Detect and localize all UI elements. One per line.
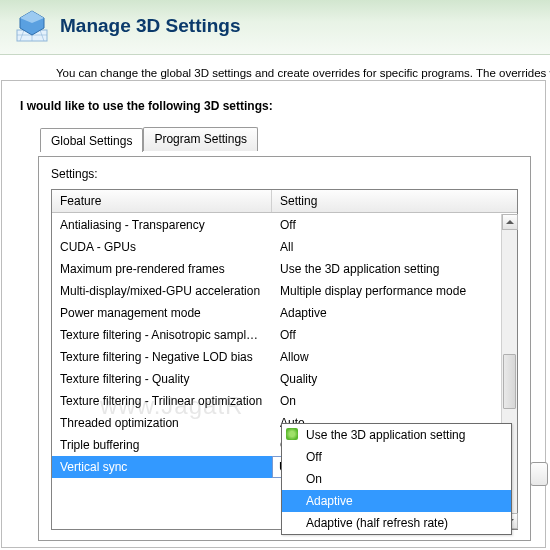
tab-program-settings[interactable]: Program Settings (143, 127, 258, 151)
table-row[interactable]: Texture filtering - Negative LOD biasAll… (52, 346, 501, 368)
feature-cell: Triple buffering (52, 434, 272, 456)
dropdown-option[interactable]: Adaptive (half refresh rate) (282, 512, 511, 534)
scroll-up-button[interactable] (502, 214, 518, 230)
table-row[interactable]: Power management modeAdaptive (52, 302, 501, 324)
feature-cell: Texture filtering - Trilinear optimizati… (52, 390, 272, 412)
table-row[interactable]: Antialiasing - TransparencyOff (52, 214, 501, 236)
intro-text: You can change the global 3D settings an… (0, 55, 550, 83)
dropdown-option[interactable]: Use the 3D application setting (282, 424, 511, 446)
table-row[interactable]: Maximum pre-rendered framesUse the 3D ap… (52, 258, 501, 280)
feature-cell: Maximum pre-rendered frames (52, 258, 272, 280)
table-row[interactable]: Texture filtering - Anisotropic sample o… (52, 324, 501, 346)
feature-cell: Threaded optimization (52, 412, 272, 434)
column-header-setting[interactable]: Setting (272, 190, 517, 212)
feature-cell: CUDA - GPUs (52, 236, 272, 258)
dropdown-option[interactable]: Off (282, 446, 511, 468)
vertical-sync-dropdown[interactable]: Use the 3D application settingOffOnAdapt… (281, 423, 512, 535)
setting-cell[interactable]: On (272, 390, 501, 412)
scroll-thumb[interactable] (503, 354, 516, 409)
intent-label: I would like to use the following 3D set… (2, 81, 545, 127)
setting-cell[interactable]: Use the 3D application setting (272, 258, 501, 280)
settings-3d-icon (14, 8, 50, 44)
table-row[interactable]: Texture filtering - Trilinear optimizati… (52, 390, 501, 412)
tab-bar: Global Settings Program Settings (40, 127, 545, 151)
restore-button[interactable] (530, 462, 548, 486)
feature-cell: Texture filtering - Quality (52, 368, 272, 390)
table-row[interactable]: CUDA - GPUsAll (52, 236, 501, 258)
table-row[interactable]: Texture filtering - QualityQuality (52, 368, 501, 390)
feature-cell: Multi-display/mixed-GPU acceleration (52, 280, 272, 302)
grid-header: Feature Setting (52, 190, 517, 213)
column-header-feature[interactable]: Feature (52, 190, 272, 212)
feature-cell: Vertical sync (52, 456, 272, 478)
dropdown-option[interactable]: Adaptive (282, 490, 511, 512)
feature-cell: Texture filtering - Negative LOD bias (52, 346, 272, 368)
dropdown-option[interactable]: On (282, 468, 511, 490)
feature-cell: Antialiasing - Transparency (52, 214, 272, 236)
page-title: Manage 3D Settings (60, 15, 241, 37)
setting-cell[interactable]: Off (272, 324, 501, 346)
setting-cell[interactable]: Multiple display performance mode (272, 280, 501, 302)
setting-cell[interactable]: All (272, 236, 501, 258)
setting-cell[interactable]: Off (272, 214, 501, 236)
page-header: Manage 3D Settings (0, 0, 550, 55)
feature-cell: Texture filtering - Anisotropic sample o… (52, 324, 272, 346)
table-row[interactable]: Multi-display/mixed-GPU accelerationMult… (52, 280, 501, 302)
settings-label: Settings: (51, 167, 518, 181)
setting-cell[interactable]: Allow (272, 346, 501, 368)
setting-cell[interactable]: Quality (272, 368, 501, 390)
setting-cell[interactable]: Adaptive (272, 302, 501, 324)
tab-global-settings[interactable]: Global Settings (40, 128, 143, 152)
feature-cell: Power management mode (52, 302, 272, 324)
